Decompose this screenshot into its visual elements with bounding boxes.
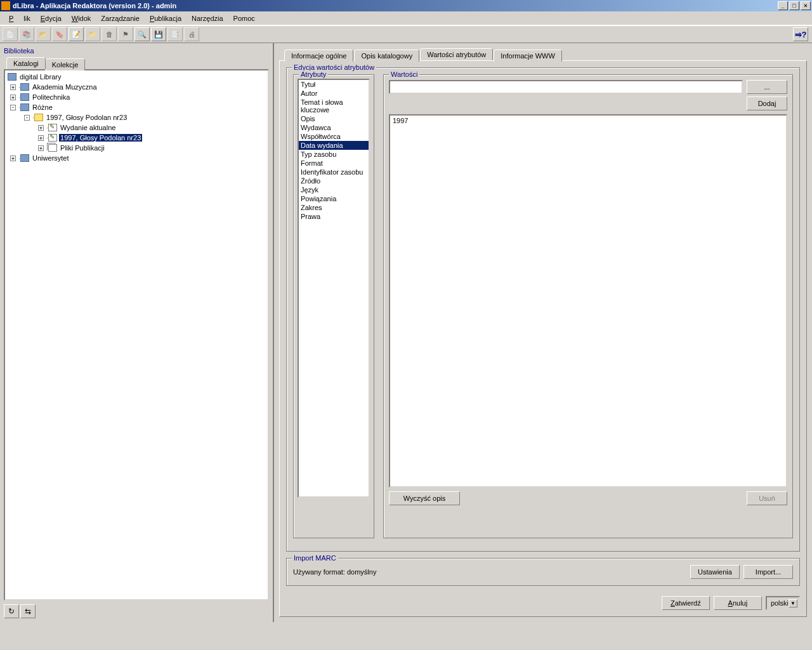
attr-format[interactable]: Format: [299, 159, 369, 168]
toolbar-btn-3[interactable]: 📂: [36, 27, 51, 41]
edition-icon: [48, 124, 57, 131]
expand-toggle[interactable]: +: [10, 95, 16, 100]
files-icon: [48, 144, 57, 152]
tree-item[interactable]: + · Akademia Muzyczna: [6, 82, 266, 92]
cancel-button[interactable]: Anuluj: [714, 596, 762, 610]
menu-help[interactable]: Pomoc: [228, 13, 260, 23]
collapse-toggle[interactable]: -: [24, 115, 30, 121]
tree-refresh-button[interactable]: ↻: [4, 604, 19, 618]
attr-publisher[interactable]: Wydawca: [299, 123, 369, 132]
expand-toggle[interactable]: +: [38, 145, 44, 151]
values-group: Wartości ... Dodaj 1997: [383, 74, 793, 538]
tab-general-info[interactable]: Informacje ogólne: [284, 50, 353, 62]
tab-catalogs[interactable]: Katalogi: [6, 57, 46, 69]
toolbar-btn-search[interactable]: 🔍: [134, 27, 150, 41]
toolbar-help-button[interactable]: ⥤?: [793, 27, 808, 41]
expand-toggle[interactable]: +: [10, 156, 16, 161]
tree-item-selected[interactable]: + · 1997, Głosy Podolan nr23: [6, 133, 266, 143]
footer-buttons: Zatwierdź Anuluj polski: [286, 592, 800, 610]
maximize-button[interactable]: □: [789, 1, 799, 10]
attr-type[interactable]: Typ zasobu: [299, 150, 369, 159]
expand-toggle[interactable]: +: [10, 84, 16, 90]
expand-toggle[interactable]: +: [38, 125, 44, 131]
menu-tools[interactable]: Narzędzia: [187, 13, 228, 23]
attribute-editor-group: Edycja wartości atrybutów Atrybuty Tytuł…: [286, 67, 800, 552]
attr-author[interactable]: Autor: [299, 89, 369, 98]
toolbar-btn-1[interactable]: 📄: [3, 27, 18, 41]
marc-format-label: Używany format: domyślny: [293, 568, 686, 576]
import-marc-group: Import MARC Używany format: domyślny Ust…: [286, 558, 800, 586]
app-icon: [1, 1, 10, 10]
values-list[interactable]: 1997: [389, 114, 787, 488]
toolbar-btn-4[interactable]: 🔖: [52, 27, 67, 41]
library-icon: [20, 103, 29, 111]
folder-icon: [34, 114, 43, 121]
tree-sync-button[interactable]: ⇆: [20, 604, 36, 618]
tab-catalog-desc[interactable]: Opis katalogowy: [354, 50, 419, 62]
clear-description-button[interactable]: Wyczyść opis: [389, 491, 460, 505]
browse-button[interactable]: ...: [747, 80, 787, 94]
language-select[interactable]: polski: [766, 596, 800, 610]
menu-manage[interactable]: Zarządzanie: [96, 13, 145, 23]
toolbar-btn-2[interactable]: 📚: [19, 27, 34, 41]
value-input[interactable]: [389, 80, 743, 94]
attr-rights[interactable]: Prawa: [299, 212, 369, 221]
confirm-button[interactable]: Zatwierdź: [662, 596, 710, 610]
right-panel: Informacje ogólne Opis katalogowy Wartoś…: [274, 43, 812, 622]
toolbar-btn-save[interactable]: 💾: [151, 27, 166, 41]
toolbar-btn-6[interactable]: 📁: [85, 27, 100, 41]
attr-identifier[interactable]: Identyfikator zasobu: [299, 168, 369, 176]
delete-button[interactable]: Usuń: [747, 491, 787, 505]
attr-date[interactable]: Data wydania: [299, 141, 369, 150]
menu-view[interactable]: Widok: [67, 13, 96, 23]
library-icon: [8, 73, 16, 81]
toolbar-btn-10[interactable]: 📑: [167, 27, 183, 41]
leftpane-title: Biblioteka: [4, 47, 269, 55]
close-window-button[interactable]: ×: [801, 1, 811, 10]
attr-contributor[interactable]: Współtwórca: [299, 132, 369, 141]
toolbar-btn-8[interactable]: ⚑: [118, 27, 133, 41]
minimize-button[interactable]: _: [778, 1, 788, 10]
marc-settings-button[interactable]: Ustawienia: [690, 565, 740, 579]
menu-file[interactable]: Plik: [4, 13, 36, 23]
attr-relation[interactable]: Powiązania: [299, 194, 369, 203]
tree-item[interactable]: - · 1997, Głosy Podolan nr23: [6, 112, 266, 123]
menu-bar: Plik Edycja Widok Zarządzanie Publikacja…: [0, 11, 812, 25]
attributes-list[interactable]: Tytuł Autor Temat i słowa kluczowe Opis …: [298, 79, 370, 498]
attr-description[interactable]: Opis: [299, 114, 369, 123]
attributes-group: Atrybuty Tytuł Autor Temat i słowa klucz…: [293, 74, 374, 538]
library-tree[interactable]: digital Library + · Akademia Muzyczna + …: [4, 69, 269, 600]
marc-legend: Import MARC: [292, 554, 338, 562]
tree-item[interactable]: - · Różne: [6, 102, 266, 112]
tree-item[interactable]: + · Politechnika: [6, 92, 266, 102]
window-title: dLibra - Aplikacja Redaktora (version 2.…: [13, 2, 776, 10]
title-bar: dLibra - Aplikacja Redaktora (version 2.…: [0, 0, 812, 11]
attr-subject[interactable]: Temat i słowa kluczowe: [299, 98, 369, 114]
marc-import-button[interactable]: Import...: [743, 565, 793, 579]
toolbar-btn-7[interactable]: 🗑: [102, 27, 117, 41]
edition-icon: [48, 134, 57, 142]
attr-language[interactable]: Język: [299, 185, 369, 194]
library-icon: [20, 93, 29, 101]
tab-www-info[interactable]: Informacje WWW: [494, 50, 562, 62]
tree-root[interactable]: digital Library: [6, 72, 266, 82]
toolbar-btn-5[interactable]: 📝: [69, 27, 84, 41]
menu-publication[interactable]: Publikacja: [145, 13, 187, 23]
tree-item[interactable]: + · Pliki Publikacji: [6, 143, 266, 153]
attr-title[interactable]: Tytuł: [299, 80, 369, 89]
collapse-toggle[interactable]: -: [10, 105, 16, 110]
expand-toggle[interactable]: +: [38, 135, 44, 141]
add-button[interactable]: Dodaj: [747, 96, 787, 110]
tree-item[interactable]: + · Wydanie aktualne: [6, 123, 266, 133]
value-item[interactable]: 1997: [393, 117, 783, 124]
attr-coverage[interactable]: Zakres: [299, 203, 369, 212]
toolbar: 📄 📚 📂 🔖 📝 📁 🗑 ⚑ 🔍 💾 📑 🖨 ⥤?: [0, 25, 812, 43]
tab-attribute-values[interactable]: Wartości atrybutów: [420, 48, 493, 60]
library-icon: [20, 154, 29, 162]
toolbar-btn-print[interactable]: 🖨: [184, 27, 199, 41]
tree-item[interactable]: + · Uniwersytet: [6, 153, 266, 163]
attr-source[interactable]: Źródło: [299, 176, 369, 185]
tab-collections[interactable]: Kolekcje: [45, 58, 86, 70]
menu-edit[interactable]: Edycja: [36, 13, 67, 23]
vals-legend: Wartości: [389, 70, 419, 78]
